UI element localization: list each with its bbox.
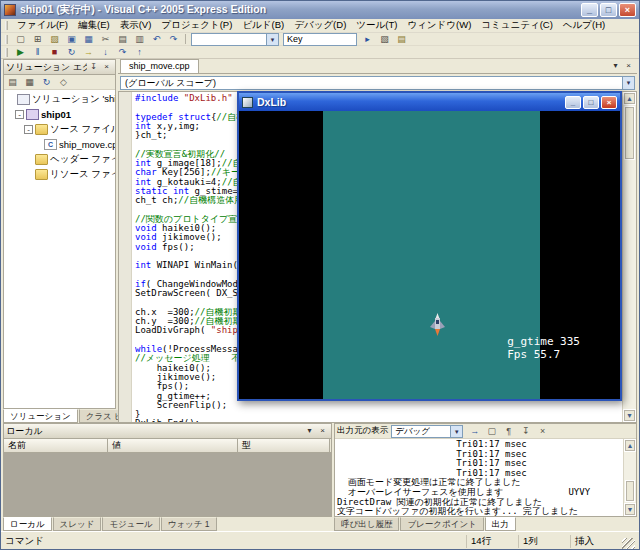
- game-minimize-button[interactable]: _: [565, 96, 581, 109]
- output-text[interactable]: Tri01:17 msec Tri01:17 msec Tri01:17 mse…: [335, 439, 623, 516]
- game-title-bar[interactable]: DxLib _ □ ×: [239, 93, 620, 111]
- game-close-button[interactable]: ×: [601, 96, 617, 109]
- maximize-button[interactable]: □: [600, 3, 617, 17]
- tree-item-4[interactable]: ヘッダー ファイル: [4, 152, 115, 167]
- toolbar-grip[interactable]: [5, 21, 8, 30]
- redo-icon[interactable]: ↷: [165, 33, 182, 46]
- menu-item-2[interactable]: 表示(V): [115, 18, 157, 33]
- cut-icon[interactable]: ✂: [97, 33, 114, 46]
- scrollbar-thumb[interactable]: [624, 106, 635, 160]
- continue-icon[interactable]: ▶: [12, 46, 29, 59]
- menu-item-6[interactable]: ツール(T): [351, 18, 402, 33]
- chevron-down-icon[interactable]: ▾: [450, 426, 462, 437]
- step-out-icon[interactable]: ↑: [131, 46, 148, 59]
- view-class-diagram-icon[interactable]: ◇: [55, 76, 72, 89]
- save-all-icon[interactable]: ▦: [80, 33, 97, 46]
- undo-icon[interactable]: ↶: [148, 33, 165, 46]
- game-maximize-button[interactable]: □: [583, 96, 599, 109]
- break-all-icon[interactable]: ‖: [29, 46, 46, 59]
- menu-item-8[interactable]: コミュニティ(C): [476, 18, 558, 33]
- document-tab[interactable]: ship_move.cpp: [120, 59, 199, 73]
- panel-tab-3[interactable]: ウォッチ 1: [161, 517, 217, 531]
- toggle-wordwrap-icon[interactable]: ¶: [500, 425, 517, 438]
- column-header[interactable]: 値: [108, 439, 238, 452]
- title-bar[interactable]: ship01 (実行中) - Visual C++ 2005 Express E…: [1, 1, 639, 19]
- scrollbar-track[interactable]: [623, 161, 636, 409]
- tree-item-1[interactable]: -ship01: [4, 107, 115, 122]
- find-combo-input[interactable]: [283, 33, 357, 46]
- find-next-icon[interactable]: ▸: [359, 33, 376, 46]
- show-all-files-icon[interactable]: ▦: [21, 76, 38, 89]
- menu-item-1[interactable]: 編集(E): [73, 18, 115, 33]
- quick-replace-icon[interactable]: ▧: [376, 33, 393, 46]
- resize-grip[interactable]: [622, 538, 635, 550]
- panel-tab-0[interactable]: ローカル: [3, 517, 52, 531]
- add-item-icon[interactable]: ⊞: [29, 33, 46, 46]
- tree-item-5[interactable]: リソース ファイル: [4, 167, 115, 182]
- menu-item-4[interactable]: ビルド(B): [237, 18, 289, 33]
- panel-tab-0[interactable]: ソリューション: [3, 409, 78, 423]
- close-button[interactable]: ×: [619, 3, 636, 17]
- scroll-up-icon[interactable]: ▲: [623, 92, 636, 105]
- close-icon[interactable]: ×: [100, 61, 113, 73]
- solution-explorer-header[interactable]: ソリューション エクスプロ ↧ ×: [4, 60, 115, 75]
- step-into-icon[interactable]: ↓: [97, 46, 114, 59]
- editor-vertical-scrollbar[interactable]: ▲ ▼: [622, 92, 636, 422]
- scrollbar-thumb[interactable]: [625, 480, 635, 502]
- tree-item-0[interactable]: ソリューション 'ship01' (1 プロ: [4, 92, 115, 107]
- output-vertical-scrollbar[interactable]: ▲ ▼: [623, 439, 636, 516]
- panel-tab-1[interactable]: ブレークポイント: [400, 517, 483, 531]
- stop-debugging-icon[interactable]: ■: [46, 46, 63, 59]
- restart-icon[interactable]: ↻: [63, 46, 80, 59]
- output-source-combo[interactable]: デバッグ ▾: [391, 425, 463, 438]
- refresh-icon[interactable]: ↻: [38, 76, 55, 89]
- scroll-down-icon[interactable]: ▼: [624, 503, 636, 516]
- minimize-button[interactable]: _: [581, 3, 598, 17]
- paste-icon[interactable]: ▥: [131, 33, 148, 46]
- save-icon[interactable]: ▣: [63, 33, 80, 46]
- expander-icon[interactable]: -: [24, 125, 33, 134]
- scrollbar-track[interactable]: [624, 452, 636, 479]
- solution-tree: ソリューション 'ship01' (1 プロ-ship01-ソース ファイルCs…: [4, 90, 115, 408]
- close-icon[interactable]: ×: [534, 425, 551, 438]
- tree-item-2[interactable]: -ソース ファイル: [4, 122, 115, 137]
- step-over-icon[interactable]: ↷: [114, 46, 131, 59]
- chevron-down-icon[interactable]: ▾: [622, 77, 634, 89]
- chevron-down-icon[interactable]: ▾: [266, 34, 278, 45]
- clear-all-icon[interactable]: ▢: [483, 425, 500, 438]
- configuration-combo[interactable]: ▾: [191, 33, 279, 46]
- menu-item-0[interactable]: ファイル(F): [12, 18, 73, 33]
- copy-icon[interactable]: ▤: [114, 33, 131, 46]
- window-menu-icon[interactable]: ▾: [303, 425, 316, 437]
- open-file-icon[interactable]: ▨: [46, 33, 63, 46]
- tree-item-3[interactable]: Cship_move.cpp: [4, 137, 115, 152]
- column-header[interactable]: 型: [238, 439, 330, 452]
- new-project-icon[interactable]: ▢: [12, 33, 29, 46]
- menu-item-9[interactable]: ヘルプ(H): [558, 18, 610, 33]
- properties-icon[interactable]: ▤: [4, 76, 21, 89]
- menu-item-3[interactable]: プロジェクト(P): [156, 18, 237, 33]
- scroll-down-icon[interactable]: ▼: [623, 409, 636, 422]
- solution-explorer-icon[interactable]: ▤: [393, 33, 410, 46]
- tab-list-icon[interactable]: ▾: [609, 60, 622, 72]
- close-icon[interactable]: ×: [316, 425, 329, 437]
- locals-header[interactable]: ローカル ▾ ×: [4, 424, 331, 439]
- column-header[interactable]: 名前: [4, 439, 108, 452]
- panel-tab-0[interactable]: 呼び出し履歴: [334, 517, 399, 531]
- menu-item-5[interactable]: デバッグ(D): [289, 18, 351, 33]
- expander-icon[interactable]: -: [15, 110, 24, 119]
- panel-tab-2[interactable]: モジュール: [102, 517, 159, 531]
- panel-tab-2[interactable]: 出力: [485, 517, 516, 531]
- panel-tab-1[interactable]: スレッド: [53, 517, 102, 531]
- goto-message-icon[interactable]: →: [466, 425, 483, 438]
- auto-hide-pin-icon[interactable]: ↧: [87, 61, 100, 73]
- toolbar-grip[interactable]: [5, 48, 8, 57]
- pin-icon[interactable]: ↧: [517, 425, 534, 438]
- menu-item-7[interactable]: ウィンドウ(W): [402, 18, 476, 33]
- scroll-up-icon[interactable]: ▲: [624, 439, 636, 452]
- toolbar-grip[interactable]: [5, 35, 8, 44]
- scope-combo[interactable]: (グローバル スコープ) ▾: [120, 76, 635, 90]
- close-document-icon[interactable]: ×: [622, 60, 635, 72]
- locals-grid[interactable]: [4, 453, 331, 516]
- show-next-statement-icon[interactable]: →: [80, 46, 97, 59]
